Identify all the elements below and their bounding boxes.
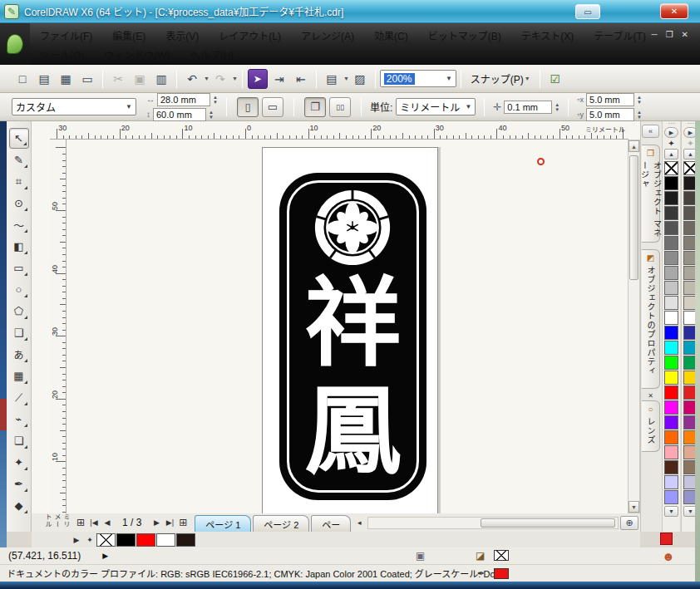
doc-minimize-icon[interactable]: ─ xyxy=(652,30,658,39)
menu-item-0[interactable]: ファイル(F) xyxy=(30,27,102,44)
landscape-button[interactable]: ▭ xyxy=(262,97,283,117)
cut-button[interactable]: ✂ xyxy=(108,69,128,89)
horizontal-ruler[interactable]: 30201001020304050ミリメートル xyxy=(50,123,629,140)
doc-restore-icon[interactable]: ❐ xyxy=(666,30,673,39)
layout-all-pages-button[interactable]: ❐ xyxy=(304,97,326,117)
page-tab-3[interactable]: ペー xyxy=(311,515,351,532)
red-badge-icon[interactable] xyxy=(660,533,673,545)
palette1-swatch-3[interactable] xyxy=(664,206,678,220)
docker-close-icon[interactable]: ✕ xyxy=(645,390,656,400)
page-tab-2[interactable]: ページ 2 xyxy=(253,515,309,532)
nudge-spinner[interactable]: ▲▼ xyxy=(555,102,560,112)
snap-dropdown[interactable]: スナップ(P)▼ xyxy=(466,71,535,86)
palette1-swatch-12[interactable] xyxy=(664,341,678,355)
page-height-spinner[interactable]: ▲▼ xyxy=(209,110,214,120)
vertical-ruler[interactable]: 1020304050 xyxy=(50,140,67,513)
palette1-swatch-7[interactable] xyxy=(664,266,678,280)
add-page-button-2[interactable]: ⊞ xyxy=(176,516,190,529)
doc-swatch-2[interactable] xyxy=(136,533,155,547)
basic-shapes-tool[interactable]: ❑ xyxy=(9,322,29,343)
table-tool[interactable]: ▦ xyxy=(9,366,29,386)
last-page-button[interactable]: ▶| xyxy=(163,516,176,529)
canvas[interactable]: 祥 鳳 xyxy=(67,140,628,513)
nudge-field[interactable]: 0.1 mm xyxy=(504,101,552,114)
redo-button[interactable]: ↷ xyxy=(210,69,230,89)
next-page-button[interactable]: ▶ xyxy=(150,516,163,529)
senjafuda-plaque[interactable]: 祥 鳳 xyxy=(279,173,426,500)
doc-close-icon[interactable]: ✕ xyxy=(682,30,688,39)
welcome-screen-button[interactable]: ▨ xyxy=(350,69,370,89)
duplicate-x-spinner[interactable]: ▲▼ xyxy=(637,95,642,105)
palette1-swatch-4[interactable] xyxy=(664,221,678,235)
menu-item-6[interactable]: ビットマップ(B) xyxy=(418,27,511,44)
status-flyout-icon[interactable]: ▶ xyxy=(102,552,108,560)
smart-fill-tool[interactable]: ◧ xyxy=(9,236,29,257)
import-button[interactable]: ⇥ xyxy=(269,69,289,89)
duplicate-x-field[interactable]: 5.0 mm xyxy=(586,93,634,106)
page-width-field[interactable]: 28.0 mm xyxy=(157,93,210,106)
page-preset-combo[interactable]: カスタム ▼ xyxy=(12,98,136,115)
open-button[interactable]: ▤ xyxy=(34,69,54,89)
application-launcher-button[interactable]: ▤ xyxy=(322,69,342,89)
palette1-grip[interactable]: ⋯ xyxy=(668,121,675,126)
search-content-button[interactable]: ➤ xyxy=(248,69,268,89)
doc-swatch-1[interactable] xyxy=(116,533,136,547)
layout-current-page-button[interactable]: ▯▯ xyxy=(329,97,351,117)
rectangle-tool[interactable]: ▭ xyxy=(9,258,29,278)
palette1-swatch-10[interactable] xyxy=(664,311,678,325)
copy-button[interactable]: ▣ xyxy=(130,69,150,89)
outline-pen-tool[interactable]: ✒ xyxy=(9,474,29,494)
tab-scroll-left-button[interactable]: ◂ xyxy=(352,516,366,529)
palette1-swatch-13[interactable] xyxy=(664,356,678,370)
zoom-level-combo[interactable]: 200%▼ xyxy=(380,70,456,87)
docker-tab-lens[interactable]: ○レンズ xyxy=(642,400,660,452)
polygon-tool[interactable]: ⬠ xyxy=(9,301,29,321)
palette1-flyout-button[interactable]: ▶ xyxy=(664,127,678,138)
zoom-tool[interactable]: ⊙ xyxy=(9,193,29,214)
palette1-scroll-down-button[interactable]: ▼ xyxy=(664,506,678,517)
menu-item-r2-2[interactable]: ヘルプ(H) xyxy=(180,46,244,63)
doc-swatch-3[interactable] xyxy=(156,533,175,547)
registration-mark[interactable] xyxy=(537,158,545,165)
palette1-swatch-2[interactable] xyxy=(664,191,678,205)
shape-tool[interactable]: ✎ xyxy=(9,150,29,170)
text-tool[interactable]: あ xyxy=(9,344,29,365)
document-palette-eyedropper-icon[interactable]: ✦ xyxy=(83,533,96,547)
menu-item-4[interactable]: アレンジ(A) xyxy=(291,27,364,44)
palette1-swatch-6[interactable] xyxy=(664,251,678,265)
palette1-swatch-11[interactable] xyxy=(664,326,678,340)
menu-item-3[interactable]: レイアウト(L) xyxy=(209,27,291,44)
horizontal-scrollbar[interactable] xyxy=(367,517,619,529)
close-button[interactable]: ✕ xyxy=(660,3,688,19)
menu-item-5[interactable]: 効果(C) xyxy=(364,27,418,44)
collapse-dockers-button[interactable]: « xyxy=(642,125,659,138)
palette1-swatch-15[interactable] xyxy=(664,385,678,400)
menu-item-2[interactable]: 表示(V) xyxy=(155,27,209,44)
new-document-button[interactable]: □ xyxy=(12,69,32,89)
family-crest[interactable] xyxy=(313,188,392,268)
export-button[interactable]: ⇤ xyxy=(291,69,311,89)
eyedropper-tool[interactable]: ✦ xyxy=(9,452,29,473)
first-page-button[interactable]: |◀ xyxy=(87,516,101,529)
scroll-up-button[interactable]: ▲ xyxy=(629,140,639,152)
document-palette-flyout-button[interactable]: ▶ xyxy=(70,533,83,547)
page-tab-1[interactable]: ページ 1 xyxy=(195,515,251,532)
options-button[interactable]: ☑ xyxy=(545,69,565,89)
status-mid-icon[interactable]: ▣ xyxy=(416,550,425,562)
palette1-eyedropper-icon[interactable]: ✦ xyxy=(668,139,674,148)
crop-tool[interactable]: ⌗ xyxy=(9,171,29,192)
palette1-swatch-20[interactable] xyxy=(664,460,678,474)
save-button[interactable]: ▦ xyxy=(56,69,76,89)
palette1-swatch-9[interactable] xyxy=(664,296,678,310)
menu-item-r2-0[interactable]: ツール(O) xyxy=(30,46,94,63)
scroll-down-button[interactable]: ▼ xyxy=(629,501,639,513)
portrait-button[interactable]: ▯ xyxy=(237,97,259,117)
palette1-swatch-8[interactable] xyxy=(664,281,678,295)
docker-tab-object-properties[interactable]: ◩オブジェクトのプロパティ xyxy=(642,249,660,389)
menu-item-r2-1[interactable]: ウィンドウ(W) xyxy=(94,46,180,63)
palette1-swatch-17[interactable] xyxy=(664,415,678,429)
duplicate-y-field[interactable]: 5.0 mm xyxy=(586,108,634,121)
page-height-field[interactable]: 60.0 mm xyxy=(153,108,206,121)
canvas-page[interactable]: 祥 鳳 xyxy=(262,147,438,513)
ellipse-tool[interactable]: ○ xyxy=(9,279,29,300)
